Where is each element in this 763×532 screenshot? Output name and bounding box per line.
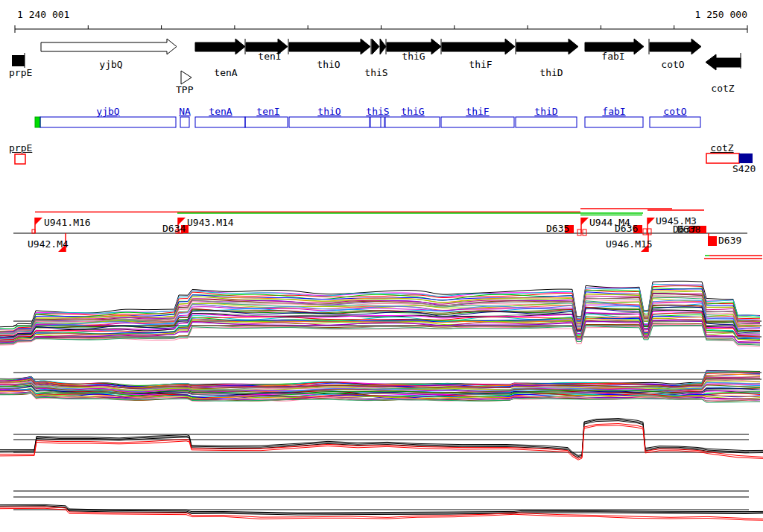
gene-arrow-thiF[interactable] bbox=[442, 39, 515, 54]
orf-rect-cotZ[interactable] bbox=[706, 153, 739, 163]
probe-box[interactable] bbox=[565, 225, 574, 233]
gene-link-rect-tenI[interactable] bbox=[245, 117, 288, 127]
gene-arrow-thiO[interactable] bbox=[289, 39, 370, 54]
gene-link-rect-thiO[interactable] bbox=[289, 117, 370, 127]
gene-link-rect-thiS[interactable] bbox=[370, 117, 384, 127]
gene-arrow-cotO[interactable] bbox=[650, 39, 701, 54]
gene-link-rect-cotO[interactable] bbox=[650, 117, 700, 127]
orf-rect-prpE[interactable] bbox=[15, 154, 25, 164]
gene-link-rect-tenA[interactable] bbox=[195, 117, 245, 127]
expression-summary-line bbox=[0, 424, 763, 459]
gene-arrow-tenA[interactable] bbox=[195, 39, 245, 54]
gene-arrow-yjbQ[interactable] bbox=[41, 39, 177, 54]
gene-link-rect-thiF[interactable] bbox=[441, 117, 514, 127]
probe-box[interactable] bbox=[708, 236, 717, 246]
gene-arrow-thiS[interactable] bbox=[372, 39, 379, 54]
probe-box[interactable] bbox=[689, 226, 706, 233]
genome-browser-view: 1 240 001 1 250 000 prpEyjbQTPPtenAtenIt… bbox=[0, 0, 763, 532]
probe-box[interactable] bbox=[633, 225, 642, 233]
probe-up-flag-U941.M16[interactable] bbox=[35, 218, 42, 225]
expression-cap-green bbox=[35, 117, 40, 127]
gene-arrow-fabI[interactable] bbox=[585, 39, 644, 54]
genome-scene-canvas bbox=[0, 0, 763, 532]
orf-cap-S420 bbox=[739, 153, 753, 163]
probe-up-flag-U944.M4[interactable] bbox=[581, 218, 589, 225]
gene-link-rect-NA[interactable] bbox=[180, 117, 189, 127]
gene-arrow-thiD[interactable] bbox=[516, 39, 578, 54]
gene-arrow-small[interactable] bbox=[380, 39, 386, 54]
probe-down-flag-U942.M4[interactable] bbox=[58, 244, 66, 252]
gene-link-rect-yjbQ[interactable] bbox=[40, 117, 176, 127]
gene-link-rect-thiG[interactable] bbox=[385, 117, 440, 127]
expression-line bbox=[0, 297, 760, 333]
probe-base-tick bbox=[583, 229, 586, 235]
gene-arrow-tenI[interactable] bbox=[246, 39, 288, 54]
gene-link-rect-thiD[interactable] bbox=[516, 117, 577, 127]
gene-arrow-thiG[interactable] bbox=[387, 39, 441, 54]
probe-up-flag-U945.M3[interactable] bbox=[648, 218, 655, 225]
gene-arrow-cotZ[interactable] bbox=[706, 54, 741, 70]
probe-down-flag-U946.M15[interactable] bbox=[641, 244, 648, 252]
gene-box-prpE[interactable] bbox=[12, 55, 25, 66]
probe-base-tick bbox=[643, 229, 647, 235]
gene-link-rect-fabI[interactable] bbox=[585, 117, 643, 127]
probe-up-flag-U943.M14[interactable] bbox=[178, 218, 186, 225]
feature-triangle-TPP[interactable] bbox=[181, 71, 191, 84]
